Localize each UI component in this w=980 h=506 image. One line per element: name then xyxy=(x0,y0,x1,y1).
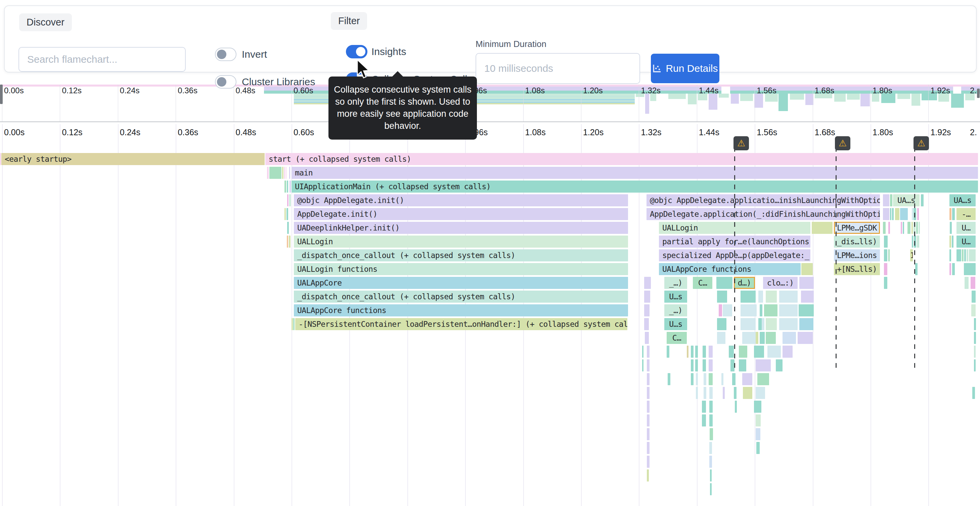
flame-block[interactable] xyxy=(783,332,796,344)
flame-block[interactable] xyxy=(717,290,727,303)
run-details-button[interactable]: Run Details xyxy=(651,54,719,83)
flame-block[interactable] xyxy=(756,359,771,371)
flame-block[interactable]: _dis…lls) xyxy=(834,236,880,247)
flame-block[interactable] xyxy=(290,181,291,193)
flame-block[interactable] xyxy=(732,373,735,385)
flame-block[interactable] xyxy=(703,373,706,385)
flame-block[interactable] xyxy=(644,277,651,289)
flame-block[interactable] xyxy=(710,470,712,482)
flame-block[interactable] xyxy=(972,290,976,303)
minimap[interactable]: 0.00s0.12s0.24s0.36s0.48s0.60s0.72s0.84s… xyxy=(0,84,980,122)
flame-block[interactable] xyxy=(917,236,919,247)
flame-block[interactable]: _…) xyxy=(664,277,687,289)
flame-block[interactable]: U…s xyxy=(664,318,687,330)
flame-block[interactable] xyxy=(888,222,890,234)
flame-block[interactable] xyxy=(691,359,694,371)
flame-block[interactable] xyxy=(801,290,814,303)
flame-block[interactable] xyxy=(709,401,713,413)
flame-block[interactable] xyxy=(754,346,764,358)
flame-block[interactable] xyxy=(267,167,269,179)
flame-block[interactable] xyxy=(901,222,902,234)
flame-block[interactable] xyxy=(739,346,747,358)
flame-block[interactable] xyxy=(287,181,288,193)
flame-block[interactable]: @objc AppDelegate.applicatio…inishLaunch… xyxy=(646,194,880,206)
flame-block[interactable] xyxy=(293,318,294,330)
flame-block[interactable] xyxy=(883,194,889,206)
flame-block[interactable] xyxy=(709,359,713,371)
flame-block[interactable] xyxy=(903,222,904,234)
flame-block[interactable] xyxy=(723,387,725,399)
minimap-viewport-handle[interactable] xyxy=(0,84,3,104)
flame-block[interactable] xyxy=(647,456,649,468)
flame-block[interactable] xyxy=(647,401,649,413)
flame-block[interactable]: _dispatch_once_callout (+ collapsed syst… xyxy=(294,290,628,303)
flame-block[interactable] xyxy=(742,373,752,385)
flame-block[interactable] xyxy=(667,346,669,358)
flame-block[interactable] xyxy=(285,181,286,193)
flame-block[interactable] xyxy=(892,208,894,220)
flame-block[interactable] xyxy=(767,346,781,358)
flame-block[interactable] xyxy=(779,318,798,330)
flame-block[interactable]: AppDelegate.init() xyxy=(294,208,628,220)
flame-block[interactable] xyxy=(950,263,951,275)
flame-block[interactable] xyxy=(709,387,713,399)
minimap-viewport-handle[interactable] xyxy=(977,89,980,98)
flame-block[interactable] xyxy=(647,387,649,399)
flame-block[interactable] xyxy=(799,277,814,289)
flame-block[interactable]: UALAppCore functions xyxy=(659,263,801,275)
flame-block[interactable] xyxy=(754,401,761,413)
flame-block[interactable] xyxy=(702,414,706,427)
flame-block[interactable] xyxy=(269,167,282,179)
invert-toggle[interactable] xyxy=(215,48,236,61)
flame-block[interactable] xyxy=(739,359,746,371)
flame-block[interactable] xyxy=(289,194,291,206)
flame-block[interactable] xyxy=(695,346,698,358)
flame-block[interactable] xyxy=(721,373,724,385)
flame-block[interactable] xyxy=(766,290,777,303)
flame-block[interactable] xyxy=(900,208,908,220)
flame-block[interactable] xyxy=(760,332,765,344)
flame-block[interactable] xyxy=(916,222,918,234)
flame-block[interactable] xyxy=(756,442,760,454)
flame-block[interactable] xyxy=(762,318,764,330)
flame-block[interactable] xyxy=(710,428,713,440)
flame-block[interactable] xyxy=(758,290,763,303)
flame-block[interactable] xyxy=(779,290,798,303)
flame-block[interactable] xyxy=(696,387,698,399)
flame-block[interactable] xyxy=(890,208,891,220)
flame-block[interactable] xyxy=(291,318,293,330)
flame-block[interactable] xyxy=(950,236,951,247)
flame-block[interactable] xyxy=(647,442,649,454)
flame-block[interactable] xyxy=(950,249,951,262)
flame-block[interactable] xyxy=(783,346,792,358)
warning-icon[interactable]: ⚠ xyxy=(913,136,929,150)
flame-block[interactable] xyxy=(287,194,288,206)
flame-block[interactable] xyxy=(912,208,913,220)
flame-block[interactable] xyxy=(798,332,813,344)
flame-block[interactable]: UALAppCore xyxy=(294,277,628,289)
flame-block[interactable] xyxy=(776,359,783,371)
flame-block[interactable] xyxy=(741,318,756,330)
flame-block[interactable]: _…) xyxy=(664,305,687,316)
flame-block[interactable] xyxy=(950,222,952,234)
flame-block[interactable] xyxy=(642,359,643,371)
flame-block[interactable] xyxy=(703,346,706,358)
flame-block[interactable] xyxy=(647,470,649,482)
flame-block[interactable] xyxy=(709,442,712,454)
flame-block[interactable] xyxy=(950,208,951,220)
flame-block[interactable]: AppDelegate.application(_:didFinishLaunc… xyxy=(646,208,880,220)
flame-block[interactable] xyxy=(884,236,888,247)
flame-block[interactable] xyxy=(691,373,694,385)
flame-block[interactable] xyxy=(729,346,734,358)
flame-block[interactable]: UADeeplinkHelper.init() xyxy=(294,222,628,234)
flame-block[interactable] xyxy=(696,373,698,385)
flame-block[interactable]: U… xyxy=(956,236,976,247)
flame-block[interactable] xyxy=(647,373,649,385)
flame-block[interactable] xyxy=(286,208,288,220)
flame-block[interactable] xyxy=(647,428,649,440)
flame-block[interactable]: -… xyxy=(956,208,976,220)
filter-chip[interactable]: Filter xyxy=(331,12,367,30)
flame-block[interactable]: UALLogin xyxy=(294,236,628,247)
flame-block[interactable] xyxy=(284,167,285,179)
flame-block[interactable] xyxy=(812,222,832,234)
